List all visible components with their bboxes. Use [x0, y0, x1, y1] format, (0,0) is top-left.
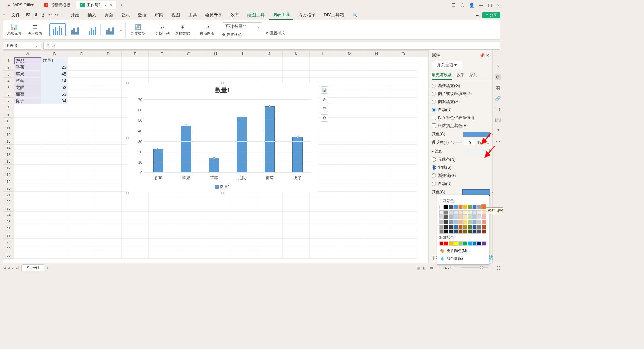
menu-view[interactable]: 视图: [168, 11, 183, 19]
cell[interactable]: [202, 239, 229, 245]
color-swatch-cell[interactable]: [458, 215, 463, 219]
cell[interactable]: [122, 64, 149, 71]
cell[interactable]: [68, 252, 95, 259]
cell[interactable]: [229, 239, 256, 245]
cell[interactable]: [122, 212, 149, 218]
cell[interactable]: [122, 252, 149, 259]
cell[interactable]: [41, 252, 68, 259]
chart-style-icon[interactable]: 🖌: [321, 96, 328, 103]
cell[interactable]: [390, 131, 417, 138]
row-header[interactable]: 3: [3, 71, 14, 78]
color-swatch-cell[interactable]: [482, 225, 486, 229]
cell[interactable]: [14, 232, 41, 239]
cell[interactable]: [95, 64, 122, 71]
row-header[interactable]: 1: [3, 57, 14, 64]
close-icon[interactable]: •: [105, 3, 106, 7]
cell[interactable]: [229, 198, 256, 205]
radio-gradient-fill[interactable]: 渐变填充(G): [432, 83, 490, 89]
row-header[interactable]: 25: [3, 218, 14, 225]
col-header[interactable]: D: [95, 51, 122, 57]
radio-picture-fill[interactable]: 图片或纹理填充(P): [432, 91, 490, 97]
cell[interactable]: [41, 145, 68, 151]
cell[interactable]: [363, 78, 390, 84]
cell[interactable]: [229, 71, 256, 78]
cell[interactable]: [390, 171, 417, 178]
cell[interactable]: [390, 239, 417, 245]
col-header[interactable]: F: [149, 51, 175, 57]
color-swatch-cell[interactable]: [468, 241, 472, 246]
cell[interactable]: [14, 198, 41, 205]
pin-icon[interactable]: 📌: [479, 53, 485, 58]
cell[interactable]: [202, 232, 229, 239]
color-swatch-cell[interactable]: [453, 210, 458, 215]
cell[interactable]: [363, 158, 390, 165]
cell[interactable]: [283, 71, 310, 78]
col-header[interactable]: K: [283, 51, 310, 57]
chart-title[interactable]: 数量1: [127, 83, 318, 98]
cell[interactable]: [363, 57, 390, 64]
cell[interactable]: [95, 124, 122, 131]
cell[interactable]: [41, 192, 68, 198]
series-options-dropdown[interactable]: 系列选项 ▾: [432, 61, 462, 69]
cell[interactable]: [68, 91, 95, 98]
template-tab[interactable]: D找稻壳模板: [40, 1, 74, 9]
cell[interactable]: [336, 151, 363, 158]
cell[interactable]: [336, 192, 363, 198]
color-swatch-cell[interactable]: [449, 205, 453, 209]
cell[interactable]: [390, 111, 417, 118]
cell[interactable]: [41, 205, 68, 212]
cell[interactable]: [68, 192, 95, 198]
app-tab[interactable]: ◆WPS Office: [3, 1, 38, 9]
row-header[interactable]: 29: [3, 245, 14, 252]
color-swatch-cell[interactable]: [472, 225, 477, 229]
cell[interactable]: [68, 171, 95, 178]
cell[interactable]: [363, 64, 390, 71]
formula-input[interactable]: ⊕fx: [43, 42, 500, 50]
eyedropper-button[interactable]: 💧 取色器(E): [439, 255, 487, 262]
cell[interactable]: [390, 232, 417, 239]
color-swatch-cell[interactable]: [463, 220, 467, 224]
row-header[interactable]: 17: [3, 165, 14, 171]
color-swatch-cell[interactable]: [449, 229, 453, 234]
cell[interactable]: [149, 212, 175, 218]
row-header[interactable]: 28: [3, 239, 14, 245]
add-sheet-button[interactable]: +: [46, 266, 49, 270]
move-chart-button[interactable]: ↗移动图表: [198, 24, 216, 36]
cell[interactable]: [68, 118, 95, 124]
view-custom-icon[interactable]: ⊞: [436, 266, 439, 270]
cell[interactable]: [363, 239, 390, 245]
cell[interactable]: [363, 212, 390, 218]
cell[interactable]: [14, 104, 41, 111]
cell[interactable]: [336, 225, 363, 232]
spreadsheet-grid[interactable]: A B C D E F G H I J K L M N O 1产品数量12香蕉2…: [3, 50, 429, 263]
select-data-button[interactable]: ⊞选择数据: [173, 24, 192, 36]
menu-start[interactable]: 开始: [67, 11, 83, 19]
cell[interactable]: [390, 245, 417, 252]
cell[interactable]: [68, 57, 95, 64]
cell[interactable]: [363, 98, 390, 104]
cell[interactable]: 龙眼: [14, 84, 41, 91]
menu-chart-tools[interactable]: 图表工具: [269, 10, 293, 20]
workbook-tab[interactable]: S工作簿1•×: [76, 1, 116, 9]
color-swatch-cell[interactable]: [458, 220, 463, 224]
cell[interactable]: [363, 165, 390, 171]
cell[interactable]: [95, 91, 122, 98]
cell[interactable]: [229, 212, 256, 218]
cell[interactable]: [229, 225, 256, 232]
color-swatch-cell[interactable]: [439, 205, 444, 209]
cell[interactable]: [363, 178, 390, 185]
cell[interactable]: [41, 239, 68, 245]
color-swatch-cell[interactable]: [449, 225, 453, 229]
cell[interactable]: [175, 71, 202, 78]
row-header[interactable]: 2: [3, 64, 14, 71]
color-swatch-cell[interactable]: [449, 210, 453, 215]
menu-review[interactable]: 审阅: [151, 11, 167, 19]
style-dropdown-icon[interactable]: ⌄: [119, 28, 123, 32]
cell[interactable]: [336, 218, 363, 225]
menu-diy[interactable]: DIY工具箱: [320, 11, 347, 19]
cell[interactable]: [336, 239, 363, 245]
row-header[interactable]: 22: [3, 198, 14, 205]
color-swatch-cell[interactable]: [472, 205, 477, 209]
cell[interactable]: 34: [41, 98, 68, 104]
row-header[interactable]: 9: [3, 111, 14, 118]
